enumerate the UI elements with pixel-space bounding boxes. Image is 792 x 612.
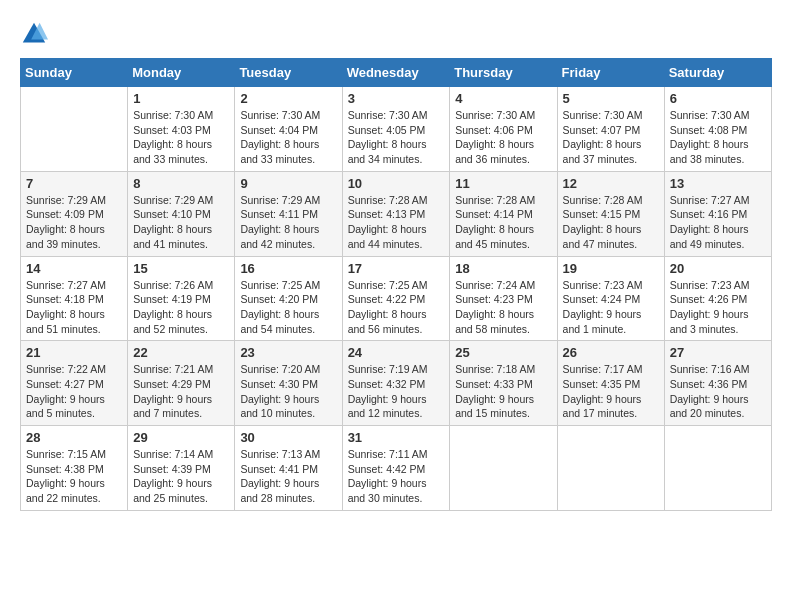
logo [20, 20, 52, 48]
calendar-cell: 4Sunrise: 7:30 AM Sunset: 4:06 PM Daylig… [450, 87, 557, 172]
day-info: Sunrise: 7:16 AM Sunset: 4:36 PM Dayligh… [670, 362, 766, 421]
day-number: 26 [563, 345, 659, 360]
day-number: 15 [133, 261, 229, 276]
day-number: 2 [240, 91, 336, 106]
weekday-header-row: SundayMondayTuesdayWednesdayThursdayFrid… [21, 59, 772, 87]
calendar-cell: 5Sunrise: 7:30 AM Sunset: 4:07 PM Daylig… [557, 87, 664, 172]
day-number: 28 [26, 430, 122, 445]
calendar-cell: 15Sunrise: 7:26 AM Sunset: 4:19 PM Dayli… [128, 256, 235, 341]
weekday-header-saturday: Saturday [664, 59, 771, 87]
weekday-header-friday: Friday [557, 59, 664, 87]
day-number: 4 [455, 91, 551, 106]
day-info: Sunrise: 7:25 AM Sunset: 4:20 PM Dayligh… [240, 278, 336, 337]
day-info: Sunrise: 7:24 AM Sunset: 4:23 PM Dayligh… [455, 278, 551, 337]
calendar-cell [557, 426, 664, 511]
calendar-week-row: 1Sunrise: 7:30 AM Sunset: 4:03 PM Daylig… [21, 87, 772, 172]
weekday-header-tuesday: Tuesday [235, 59, 342, 87]
calendar-cell: 9Sunrise: 7:29 AM Sunset: 4:11 PM Daylig… [235, 171, 342, 256]
day-info: Sunrise: 7:30 AM Sunset: 4:06 PM Dayligh… [455, 108, 551, 167]
day-number: 23 [240, 345, 336, 360]
day-info: Sunrise: 7:27 AM Sunset: 4:16 PM Dayligh… [670, 193, 766, 252]
day-info: Sunrise: 7:14 AM Sunset: 4:39 PM Dayligh… [133, 447, 229, 506]
weekday-header-wednesday: Wednesday [342, 59, 450, 87]
calendar-cell: 7Sunrise: 7:29 AM Sunset: 4:09 PM Daylig… [21, 171, 128, 256]
day-number: 31 [348, 430, 445, 445]
calendar-cell: 21Sunrise: 7:22 AM Sunset: 4:27 PM Dayli… [21, 341, 128, 426]
day-number: 5 [563, 91, 659, 106]
day-number: 16 [240, 261, 336, 276]
day-number: 13 [670, 176, 766, 191]
calendar-week-row: 28Sunrise: 7:15 AM Sunset: 4:38 PM Dayli… [21, 426, 772, 511]
day-info: Sunrise: 7:28 AM Sunset: 4:13 PM Dayligh… [348, 193, 445, 252]
day-info: Sunrise: 7:30 AM Sunset: 4:05 PM Dayligh… [348, 108, 445, 167]
day-number: 27 [670, 345, 766, 360]
weekday-header-thursday: Thursday [450, 59, 557, 87]
day-info: Sunrise: 7:15 AM Sunset: 4:38 PM Dayligh… [26, 447, 122, 506]
calendar-table: SundayMondayTuesdayWednesdayThursdayFrid… [20, 58, 772, 511]
day-number: 7 [26, 176, 122, 191]
calendar-cell [450, 426, 557, 511]
calendar-cell [21, 87, 128, 172]
calendar-cell: 31Sunrise: 7:11 AM Sunset: 4:42 PM Dayli… [342, 426, 450, 511]
day-number: 1 [133, 91, 229, 106]
day-info: Sunrise: 7:17 AM Sunset: 4:35 PM Dayligh… [563, 362, 659, 421]
day-number: 29 [133, 430, 229, 445]
calendar-cell: 14Sunrise: 7:27 AM Sunset: 4:18 PM Dayli… [21, 256, 128, 341]
calendar-cell: 3Sunrise: 7:30 AM Sunset: 4:05 PM Daylig… [342, 87, 450, 172]
day-number: 8 [133, 176, 229, 191]
day-info: Sunrise: 7:30 AM Sunset: 4:07 PM Dayligh… [563, 108, 659, 167]
header [20, 20, 772, 48]
weekday-header-sunday: Sunday [21, 59, 128, 87]
day-info: Sunrise: 7:30 AM Sunset: 4:03 PM Dayligh… [133, 108, 229, 167]
day-info: Sunrise: 7:21 AM Sunset: 4:29 PM Dayligh… [133, 362, 229, 421]
day-number: 24 [348, 345, 445, 360]
day-info: Sunrise: 7:19 AM Sunset: 4:32 PM Dayligh… [348, 362, 445, 421]
day-number: 11 [455, 176, 551, 191]
day-number: 9 [240, 176, 336, 191]
calendar-cell: 2Sunrise: 7:30 AM Sunset: 4:04 PM Daylig… [235, 87, 342, 172]
calendar-cell: 23Sunrise: 7:20 AM Sunset: 4:30 PM Dayli… [235, 341, 342, 426]
day-info: Sunrise: 7:18 AM Sunset: 4:33 PM Dayligh… [455, 362, 551, 421]
calendar-cell: 28Sunrise: 7:15 AM Sunset: 4:38 PM Dayli… [21, 426, 128, 511]
calendar-week-row: 7Sunrise: 7:29 AM Sunset: 4:09 PM Daylig… [21, 171, 772, 256]
day-number: 3 [348, 91, 445, 106]
day-number: 30 [240, 430, 336, 445]
day-info: Sunrise: 7:28 AM Sunset: 4:15 PM Dayligh… [563, 193, 659, 252]
day-info: Sunrise: 7:30 AM Sunset: 4:04 PM Dayligh… [240, 108, 336, 167]
calendar-cell: 22Sunrise: 7:21 AM Sunset: 4:29 PM Dayli… [128, 341, 235, 426]
day-info: Sunrise: 7:30 AM Sunset: 4:08 PM Dayligh… [670, 108, 766, 167]
day-number: 14 [26, 261, 122, 276]
calendar-cell: 13Sunrise: 7:27 AM Sunset: 4:16 PM Dayli… [664, 171, 771, 256]
calendar-cell: 17Sunrise: 7:25 AM Sunset: 4:22 PM Dayli… [342, 256, 450, 341]
calendar-cell: 24Sunrise: 7:19 AM Sunset: 4:32 PM Dayli… [342, 341, 450, 426]
day-number: 6 [670, 91, 766, 106]
calendar-cell: 29Sunrise: 7:14 AM Sunset: 4:39 PM Dayli… [128, 426, 235, 511]
day-info: Sunrise: 7:28 AM Sunset: 4:14 PM Dayligh… [455, 193, 551, 252]
calendar-cell: 12Sunrise: 7:28 AM Sunset: 4:15 PM Dayli… [557, 171, 664, 256]
day-info: Sunrise: 7:11 AM Sunset: 4:42 PM Dayligh… [348, 447, 445, 506]
calendar-week-row: 14Sunrise: 7:27 AM Sunset: 4:18 PM Dayli… [21, 256, 772, 341]
calendar-cell: 18Sunrise: 7:24 AM Sunset: 4:23 PM Dayli… [450, 256, 557, 341]
day-info: Sunrise: 7:29 AM Sunset: 4:09 PM Dayligh… [26, 193, 122, 252]
calendar-cell: 27Sunrise: 7:16 AM Sunset: 4:36 PM Dayli… [664, 341, 771, 426]
day-info: Sunrise: 7:20 AM Sunset: 4:30 PM Dayligh… [240, 362, 336, 421]
calendar-cell: 11Sunrise: 7:28 AM Sunset: 4:14 PM Dayli… [450, 171, 557, 256]
day-number: 12 [563, 176, 659, 191]
day-info: Sunrise: 7:13 AM Sunset: 4:41 PM Dayligh… [240, 447, 336, 506]
weekday-header-monday: Monday [128, 59, 235, 87]
day-number: 19 [563, 261, 659, 276]
calendar-cell: 20Sunrise: 7:23 AM Sunset: 4:26 PM Dayli… [664, 256, 771, 341]
calendar-cell: 16Sunrise: 7:25 AM Sunset: 4:20 PM Dayli… [235, 256, 342, 341]
day-number: 18 [455, 261, 551, 276]
calendar-cell: 1Sunrise: 7:30 AM Sunset: 4:03 PM Daylig… [128, 87, 235, 172]
day-info: Sunrise: 7:23 AM Sunset: 4:26 PM Dayligh… [670, 278, 766, 337]
day-number: 17 [348, 261, 445, 276]
calendar-cell: 19Sunrise: 7:23 AM Sunset: 4:24 PM Dayli… [557, 256, 664, 341]
day-info: Sunrise: 7:22 AM Sunset: 4:27 PM Dayligh… [26, 362, 122, 421]
day-number: 25 [455, 345, 551, 360]
day-number: 10 [348, 176, 445, 191]
day-info: Sunrise: 7:25 AM Sunset: 4:22 PM Dayligh… [348, 278, 445, 337]
calendar-week-row: 21Sunrise: 7:22 AM Sunset: 4:27 PM Dayli… [21, 341, 772, 426]
calendar-cell: 25Sunrise: 7:18 AM Sunset: 4:33 PM Dayli… [450, 341, 557, 426]
day-info: Sunrise: 7:23 AM Sunset: 4:24 PM Dayligh… [563, 278, 659, 337]
